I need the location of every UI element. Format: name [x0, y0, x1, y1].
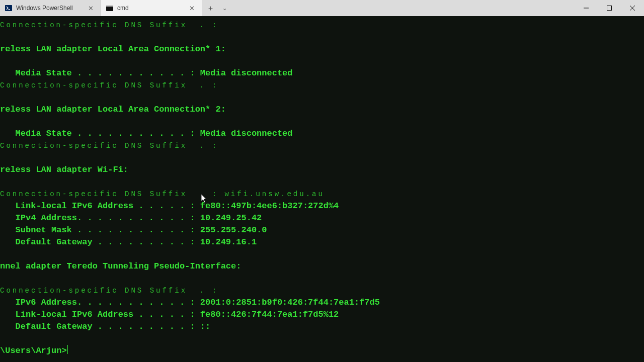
svg-rect-0 [5, 5, 12, 11]
output-line: Connection-specific DNS Suffix . : [0, 81, 218, 89]
output-line: Default Gateway . . . . . . . . . : 10.2… [0, 237, 257, 247]
maximize-button[interactable] [598, 0, 621, 16]
output-line: nnel adapter Teredo Tunneling Pseudo-Int… [0, 261, 241, 271]
output-line: Subnet Mask . . . . . . . . . . . : 255.… [0, 225, 267, 235]
powershell-icon [5, 5, 12, 12]
minimize-button[interactable] [575, 0, 598, 16]
new-tab-button[interactable]: ＋ [202, 0, 218, 16]
output-line: Connection-specific DNS Suffix . : [0, 142, 218, 150]
cmd-icon [106, 5, 113, 12]
output-line: Media State . . . . . . . . . . . : Medi… [0, 129, 293, 138]
output-line: reless LAN adapter Wi-Fi: [0, 165, 128, 174]
output-line: Default Gateway . . . . . . . . . : :: [0, 322, 210, 331]
window-controls [575, 0, 644, 16]
output-line: reless LAN adapter Local Area Connection… [0, 44, 226, 54]
svg-rect-2 [106, 5, 113, 7]
prompt-line: \Users\Arjun> [0, 346, 68, 355]
output-line: Link-local IPv6 Address . . . . . : fe80… [0, 201, 339, 211]
output-line: IPv6 Address. . . . . . . . . . . : 2001… [0, 298, 380, 307]
tab-dropdown-button[interactable]: ⌄ [218, 0, 230, 16]
tab-label: Windows PowerShell [16, 5, 82, 12]
output-line: IPv4 Address. . . . . . . . . . . : 10.2… [0, 213, 262, 223]
output-line: Connection-specific DNS Suffix . : [0, 287, 218, 295]
output-line: reless LAN adapter Local Area Connection… [0, 105, 226, 114]
output-line: Link-local IPv6 Address . . . . . : fe80… [0, 310, 339, 319]
tab-label: cmd [117, 5, 183, 12]
output-line: Connection-specific DNS Suffix . : wifi.… [0, 190, 325, 198]
title-bar: Windows PowerShell ✕ cmd ✕ ＋ ⌄ [0, 0, 644, 16]
output-line: Connection-specific DNS Suffix . : [0, 21, 218, 29]
close-icon[interactable]: ✕ [86, 5, 96, 12]
close-icon[interactable]: ✕ [187, 5, 197, 12]
close-window-button[interactable] [621, 0, 644, 16]
text-cursor [67, 345, 68, 354]
tab-powershell[interactable]: Windows PowerShell ✕ [0, 0, 101, 16]
tab-cmd[interactable]: cmd ✕ [101, 0, 202, 16]
terminal-output[interactable]: Connection-specific DNS Suffix . : reles… [0, 16, 644, 362]
svg-rect-4 [607, 6, 612, 11]
output-line: Media State . . . . . . . . . . . : Medi… [0, 68, 293, 78]
